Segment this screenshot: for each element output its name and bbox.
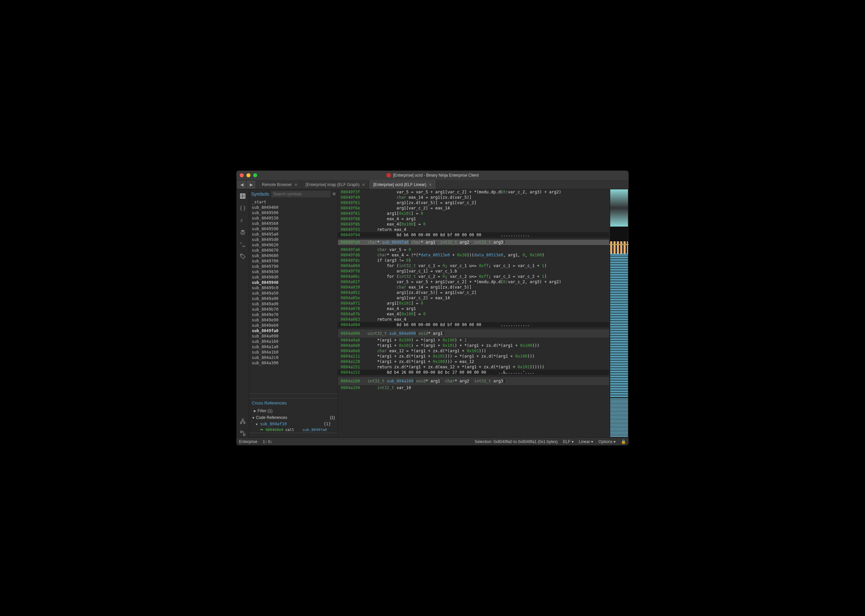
code-line[interactable]: 08049ff6 arg1[var_c_1] = var_c_1.b <box>338 269 609 274</box>
code-line[interactable]: 0804a07b eax_4[0x100] = 0 <box>338 311 609 317</box>
code-view[interactable]: 08049f3f var_5 = var_5 + arg1[var_c_2] +… <box>338 189 609 437</box>
xref-call[interactable]: ⮕ 0804b0e4 call sub_8049fa0 <box>249 427 338 433</box>
symbol-list[interactable]: _startsub_8049460sub_8049500sub_8049530s… <box>249 199 338 393</box>
symbol-item[interactable]: sub_804a090 <box>249 333 338 339</box>
tab-close-icon[interactable]: × <box>294 182 297 187</box>
symbol-item[interactable]: sub_804a160 <box>249 339 338 344</box>
code-line[interactable]: 08049fd6 char* eax_4 = (*(*data_80513e0 … <box>338 252 609 258</box>
tab-0[interactable]: Remote Browser× <box>258 180 302 189</box>
xref-filter[interactable]: ▶Filter (1) <box>249 407 338 414</box>
code-line[interactable]: 0804a06c for (int32_t var_c_2 = 0; var_c… <box>338 274 609 279</box>
symbol-item[interactable]: sub_8049940 <box>249 280 338 285</box>
tab-close-icon[interactable]: × <box>429 182 432 187</box>
code-line[interactable]: 08049f6e arg1[var_c_2] = eax_14 <box>338 206 609 211</box>
code-line[interactable]: 08049f3f var_5 = var_5 + arg1[var_c_2] +… <box>338 189 609 195</box>
code-line[interactable]: 0804a151 return zx.d(*(arg1 + zx.d(eax_1… <box>338 364 609 370</box>
sidebar-scroll[interactable] <box>249 393 338 398</box>
tab-1[interactable]: [Enterprise] imap (ELF Graph)× <box>302 180 370 189</box>
code-line[interactable]: 0804a194 int32_t var_10 <box>338 385 609 390</box>
nav-forward-button[interactable]: ▶ <box>247 181 255 189</box>
graph-icon[interactable] <box>239 429 247 437</box>
symbol-item[interactable]: sub_8049680 <box>249 253 338 258</box>
code-line[interactable]: 08049fa6 char var_5 = 0 <box>338 247 609 252</box>
symbol-item[interactable]: sub_80495a0 <box>249 232 338 237</box>
code-line[interactable]: 08049fa0char* sub_8049fa0(char* arg1, in… <box>338 240 609 245</box>
symbol-item[interactable]: sub_8049670 <box>249 248 338 253</box>
code-line[interactable]: 0804a004 for (int32_t var_c_1 = 0; var_c… <box>338 263 609 269</box>
symbol-item[interactable]: sub_804a2c0 <box>249 355 338 360</box>
symbol-item[interactable]: sub_80498d0 <box>249 275 338 280</box>
symbol-item[interactable]: sub_8049e90 <box>249 317 338 323</box>
xref-scroll[interactable] <box>249 433 338 437</box>
symbol-item[interactable]: sub_8049530 <box>249 215 338 221</box>
code-line[interactable]: 0804a078 eax_4 = arg1 <box>338 306 609 311</box>
minimize-window-button[interactable] <box>247 173 250 177</box>
xref-item[interactable]: ▼ sub_804af10{1} <box>249 421 338 427</box>
code-line[interactable]: 08049f94 8d b6 00 00-00 00 8d bf 00 00 0… <box>338 232 609 237</box>
code-line[interactable]: 0804a02f var_5 = var_5 + arg1[var_c_2] +… <box>338 279 609 284</box>
code-line[interactable]: 0804a090uint32_t sub_804a090(void* arg1) <box>338 330 609 338</box>
code-line[interactable]: 0804a160int32_t sub_804a160(void* arg1, … <box>338 377 609 385</box>
nav-back-button[interactable]: ◀ <box>238 181 246 189</box>
code-line[interactable]: 08049fdc if (arg3 != 0) <box>338 258 609 263</box>
layers-icon[interactable] <box>239 228 247 236</box>
symbol-item[interactable]: sub_804a1a0 <box>249 344 338 350</box>
symbol-item[interactable]: sub_8049fa0 <box>249 328 338 333</box>
code-line[interactable]: 08049f93 return eax_4 <box>338 227 609 232</box>
symbol-item[interactable]: sub_8049830 <box>249 269 338 275</box>
lock-icon[interactable]: 🔒 <box>621 439 626 444</box>
status-options[interactable]: Options ▾ <box>598 439 616 444</box>
code-line[interactable]: 0804a111 *(arg1 + zx.d(*(arg1 + 0x101)))… <box>338 354 609 359</box>
symbol-item[interactable]: sub_8049700 <box>249 258 338 264</box>
code-line[interactable]: 0804a128 *(arg1 + zx.d(*(arg1 + 0x100)))… <box>338 359 609 364</box>
code-line[interactable]: 0804a0a6 *(arg1 + 0x100) = *(arg1 + 0x10… <box>338 338 609 343</box>
symbol-item[interactable]: sub_8049a50 <box>249 291 338 296</box>
hierarchy-icon[interactable] <box>239 417 247 425</box>
status-view[interactable]: Linear ▾ <box>579 439 593 444</box>
code-line[interactable]: 08049f49 char eax_14 = arg1[zx.d(var_5)] <box>338 195 609 200</box>
hash-icon[interactable] <box>239 192 247 200</box>
code-line[interactable]: 08049f81 arg1[0x101] = 0 <box>338 211 609 216</box>
tag-icon[interactable] <box>239 252 247 261</box>
symbol-item[interactable]: sub_80499c0 <box>249 285 338 291</box>
code-line[interactable]: 08049f61 arg1[zx.d(var_5)] = arg1[var_c_… <box>338 200 609 206</box>
code-line[interactable]: 0804a084 8d b6 00 00-00 00 8d bf 00 00 0… <box>338 322 609 327</box>
symbol-item[interactable]: sub_8049620 <box>249 242 338 248</box>
symbol-item[interactable]: sub_8049460 <box>249 205 338 210</box>
tab-2[interactable]: [Enterprise] ocrd (ELF Linear)× <box>369 180 436 189</box>
maximize-window-button[interactable] <box>253 173 257 177</box>
symbol-item[interactable]: sub_8049790 <box>249 264 338 269</box>
braces-icon[interactable] <box>239 204 247 212</box>
code-line[interactable]: 0804a039 char eax_14 = arg1[zx.d(var_5)] <box>338 284 609 290</box>
symbol-item[interactable]: sub_8049b70 <box>249 306 338 312</box>
tab-close-icon[interactable]: × <box>362 182 365 187</box>
symbol-item[interactable]: sub_804a300 <box>249 360 338 366</box>
symbol-item[interactable]: sub_804a1b0 <box>249 350 338 355</box>
code-line[interactable]: 0804a0d0 *(arg1 + 0x101) = *(arg1 + 0x10… <box>338 343 609 348</box>
symbol-item[interactable]: sub_8049a90 <box>249 296 338 301</box>
code-line[interactable]: 0804a05e arg1[var_c_2] = eax_14 <box>338 295 609 301</box>
menu-icon[interactable]: ≡ <box>333 191 336 197</box>
code-line[interactable]: 08049f8b eax_4[0x100] = 0 <box>338 222 609 227</box>
close-window-button[interactable] <box>240 173 244 177</box>
code-line[interactable]: 0804a051 arg1[zx.d(var_5)] = arg1[var_c_… <box>338 290 609 295</box>
symbol-item[interactable]: sub_8049e70 <box>249 312 338 317</box>
search-input[interactable] <box>271 191 330 197</box>
code-line[interactable]: 0804a083 return eax_4 <box>338 317 609 322</box>
mini-map[interactable] <box>609 189 629 437</box>
symbol-item[interactable]: sub_8049500 <box>249 210 338 215</box>
code-line[interactable]: 08049f88 eax_4 = arg1 <box>338 216 609 222</box>
symbol-item[interactable]: sub_80495d0 <box>249 237 338 242</box>
code-line[interactable]: 0804a152 8d b4 26 00 00 00-00 8d bc 27 0… <box>338 370 609 375</box>
code-line[interactable]: 0804a071 arg1[0x101] = 0 <box>338 301 609 306</box>
status-format[interactable]: ELF ▾ <box>563 439 573 444</box>
symbol-item[interactable]: _start <box>249 200 338 205</box>
symbol-item[interactable]: sub_8049ad0 <box>249 301 338 306</box>
symbol-item[interactable]: sub_8049eb0 <box>249 323 338 328</box>
comment-icon[interactable]: ❝❟❟ <box>239 240 247 248</box>
xref-section-header[interactable]: ▼ Code References{1} <box>249 414 338 421</box>
symbol-item[interactable]: sub_8049560 <box>249 221 338 226</box>
symbol-item[interactable]: sub_8049590 <box>249 226 338 232</box>
code-line[interactable]: 0804a0e6 char eax_12 = *(arg1 + zx.d(*(a… <box>338 348 609 354</box>
variable-icon[interactable]: x <box>239 216 247 224</box>
